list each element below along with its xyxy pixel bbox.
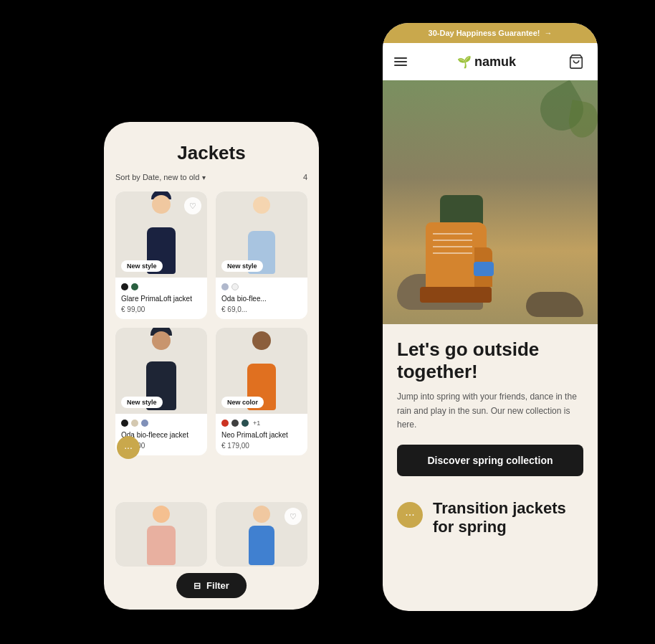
color-dot — [242, 420, 249, 427]
phone-jackets: Jackets Sort by Date, new to old ▾ 4 ♡ — [104, 122, 319, 610]
product-badge: New style — [221, 260, 263, 272]
sort-count: 4 — [303, 173, 307, 181]
menu-line — [394, 57, 407, 59]
product-price: € 179,00 — [221, 442, 302, 450]
color-dot — [231, 420, 239, 427]
hero-text-section: Let's go outside together! Jump into spr… — [383, 324, 598, 488]
product-price: € 99,00 — [121, 306, 201, 313]
product-image — [115, 502, 207, 567]
product-image: New style — [115, 328, 207, 414]
product-image: New color — [216, 328, 307, 414]
product-card[interactable]: ♡ New style — [115, 191, 207, 319]
product-image: New style — [216, 191, 307, 278]
color-dot — [141, 420, 148, 427]
product-card[interactable]: ♡ — [216, 502, 307, 567]
color-dot — [131, 283, 138, 290]
filter-label: Filter — [206, 580, 229, 591]
color-dot — [221, 420, 229, 427]
product-card[interactable] — [115, 502, 207, 567]
chat-button[interactable]: ··· — [117, 436, 140, 459]
logo-icon: 🌱 — [457, 55, 472, 69]
sort-chevron: ▾ — [202, 174, 206, 181]
hero-image — [383, 80, 598, 324]
color-dots — [121, 283, 201, 290]
announce-text: 30-Day Happiness Guarantee! — [429, 29, 540, 37]
rock — [526, 292, 583, 317]
scene: Jackets Sort by Date, new to old ▾ 4 ♡ — [0, 0, 655, 644]
announce-bar[interactable]: 30-Day Happiness Guarantee! → — [383, 23, 598, 43]
wishlist-button[interactable]: ♡ — [285, 508, 302, 525]
boot-sole — [420, 287, 492, 303]
product-card[interactable]: New color +1 Neo PrimaLoft jacket € 179,… — [216, 328, 307, 455]
hero-headline: Let's go outside together! — [397, 338, 583, 383]
cart-button[interactable] — [566, 52, 586, 72]
chat-button[interactable]: ··· — [397, 502, 423, 528]
product-name: Oda bio-flee... — [221, 294, 302, 303]
wishlist-button[interactable]: ♡ — [184, 197, 201, 214]
cta-button[interactable]: Discover spring collection — [397, 445, 583, 476]
menu-line — [394, 65, 407, 66]
color-dot — [131, 420, 138, 427]
announce-arrow: → — [544, 29, 552, 37]
color-dots — [121, 420, 201, 427]
product-price: € 69,0... — [221, 306, 302, 313]
product-badge: New style — [121, 260, 163, 272]
filter-bar[interactable]: ⊟ Filter — [176, 573, 247, 598]
color-dots: +1 — [221, 420, 302, 427]
sort-selector[interactable]: Sort by Date, new to old ▾ — [115, 173, 206, 181]
logo: 🌱 namuk — [457, 55, 516, 70]
products-grid: ♡ New style — [115, 191, 307, 455]
color-dot — [221, 283, 229, 290]
bottom-teaser: ··· Transition jackets for spring — [383, 488, 598, 546]
namuk-header: 🌱 namuk — [383, 43, 598, 80]
color-dots — [221, 283, 302, 290]
logo-text: namuk — [474, 55, 516, 70]
hero-subtext: Jump into spring with your friends, danc… — [397, 390, 583, 432]
filter-icon: ⊟ — [193, 581, 201, 591]
hamburger-menu[interactable] — [394, 57, 407, 66]
menu-line — [394, 61, 407, 62]
teaser-title: Transition jackets for spring — [433, 499, 583, 537]
phone-namuk: 30-Day Happiness Guarantee! → 🌱 namuk — [383, 23, 598, 611]
jackets-title: Jackets — [115, 142, 307, 164]
color-dot — [121, 420, 128, 427]
sort-bar: Sort by Date, new to old ▾ 4 — [115, 173, 307, 181]
more-colors: +1 — [253, 420, 260, 427]
product-badge: New color — [221, 397, 264, 408]
product-image: ♡ — [216, 502, 307, 567]
boot — [426, 222, 492, 303]
product-name: Glare PrimaLoft jacket — [121, 294, 201, 303]
product-card[interactable]: New style Oda bio-flee... € 69,0... — [216, 191, 307, 319]
product-image: ♡ New style — [115, 191, 207, 278]
color-dot — [231, 283, 239, 290]
color-dot — [121, 283, 128, 290]
product-badge: New style — [121, 397, 163, 408]
product-name: Neo PrimaLoft jacket — [221, 430, 302, 440]
